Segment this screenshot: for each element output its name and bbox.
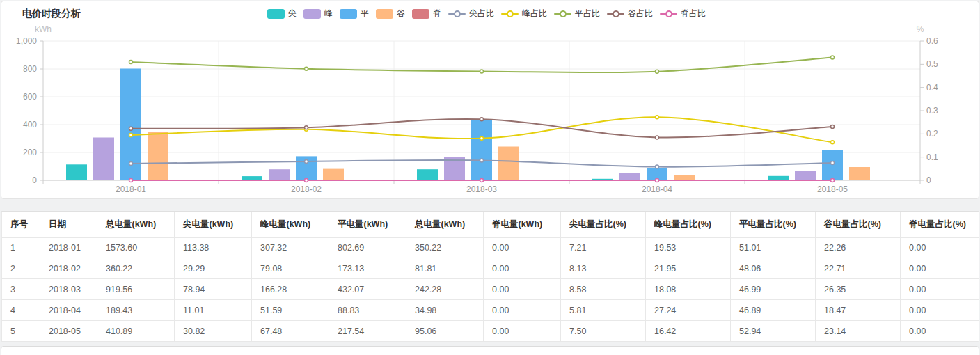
legend-bar-swatch-icon xyxy=(376,9,393,19)
legend-item-脊占比[interactable]: 脊占比 xyxy=(660,8,706,19)
legend-label: 脊占比 xyxy=(681,8,706,19)
table-header-cell: 平电量占比(%) xyxy=(731,212,816,237)
table-header-cell: 脊电量占比(%) xyxy=(901,212,980,237)
table-row: 22018-02360.2229.2979.08173.1381.810.008… xyxy=(2,258,980,279)
table-cell: 2018-01 xyxy=(40,237,97,258)
table-cell: 0.00 xyxy=(901,279,980,300)
legend-item-谷占比[interactable]: 谷占比 xyxy=(607,8,653,19)
table-cell: 30.82 xyxy=(175,321,252,342)
svg-text:kWh: kWh xyxy=(35,24,52,34)
table-cell: 22.26 xyxy=(816,237,901,258)
legend-line-swatch-icon xyxy=(607,13,624,15)
table-cell: 432.07 xyxy=(329,279,406,300)
table-cell: 81.81 xyxy=(406,258,484,279)
legend-item-尖[interactable]: 尖 xyxy=(267,8,297,19)
legend-label: 峰 xyxy=(324,8,333,19)
table-cell: 2 xyxy=(2,258,40,279)
table-cell: 34.98 xyxy=(406,300,484,321)
svg-text:0: 0 xyxy=(32,175,37,185)
table-cell: 0.00 xyxy=(901,258,980,279)
table-cell: 1 xyxy=(2,237,40,258)
table-cell: 3 xyxy=(2,279,40,300)
legend-item-脊[interactable]: 脊 xyxy=(412,8,441,19)
line-series-脊占比[interactable] xyxy=(129,179,835,182)
table-header-cell: 总电量(kWh) xyxy=(406,212,484,237)
svg-text:0: 0 xyxy=(926,175,931,185)
legend-item-平[interactable]: 平 xyxy=(340,8,369,19)
svg-text:0.4: 0.4 xyxy=(926,83,938,93)
table-cell: 26.35 xyxy=(816,279,901,300)
table-cell: 5 xyxy=(2,321,40,342)
table-cell: 79.08 xyxy=(252,258,329,279)
legend-bar-swatch-icon xyxy=(412,9,429,19)
legend-item-峰占比[interactable]: 峰占比 xyxy=(501,8,547,19)
bar-series-峰[interactable] xyxy=(93,138,816,181)
bar-series-谷[interactable] xyxy=(148,132,870,180)
table-footer-bar xyxy=(1,346,979,355)
table-cell: 8.58 xyxy=(561,279,646,300)
table-header-cell: 平电量(kWh) xyxy=(329,212,406,237)
table-cell: 173.13 xyxy=(329,258,406,279)
table-cell: 360.22 xyxy=(97,258,175,279)
table-cell: 2018-03 xyxy=(40,279,97,300)
table-cell: 48.06 xyxy=(731,258,816,279)
table-cell: 0.00 xyxy=(484,321,561,342)
chart-title: 电价时段分析 xyxy=(22,8,81,20)
table-header-cell: 序号 xyxy=(2,212,40,237)
table-cell: 0.00 xyxy=(484,300,561,321)
legend-label: 谷 xyxy=(397,8,405,19)
table-cell: 27.24 xyxy=(646,300,731,321)
combo-chart-canvas[interactable]: 02004006008001,00000.10.20.30.40.50.6201… xyxy=(1,22,980,196)
legend-line-swatch-icon xyxy=(448,13,466,15)
line-series-平占比[interactable] xyxy=(129,56,835,73)
table-cell: 78.94 xyxy=(175,279,252,300)
table-cell: 7.21 xyxy=(561,237,646,258)
svg-text:0.1: 0.1 xyxy=(926,152,938,162)
table-cell: 46.99 xyxy=(731,279,816,300)
svg-text:800: 800 xyxy=(23,64,37,74)
table-cell: 18.08 xyxy=(646,279,731,300)
legend-label: 峰占比 xyxy=(522,8,547,19)
legend-line-swatch-icon xyxy=(501,13,519,15)
table-cell: 95.06 xyxy=(406,321,484,342)
table-cell: 1573.60 xyxy=(97,237,175,258)
table-cell: 23.14 xyxy=(816,321,901,342)
table-cell: 0.00 xyxy=(901,300,980,321)
table-cell: 410.89 xyxy=(97,321,175,342)
table-cell: 8.13 xyxy=(561,258,646,279)
table-cell: 217.54 xyxy=(329,321,406,342)
legend-label: 平占比 xyxy=(575,8,600,19)
svg-text:0.5: 0.5 xyxy=(926,59,938,69)
svg-text:0.3: 0.3 xyxy=(926,106,938,116)
svg-text:400: 400 xyxy=(23,120,37,129)
legend-line-swatch-icon xyxy=(660,13,677,15)
table-header-row: 序号日期总电量(kWh)尖电量(kWh)峰电量(kWh)平电量(kWh)总电量(… xyxy=(2,212,980,237)
table-cell: 2018-04 xyxy=(40,300,97,321)
table-header-cell: 谷电量占比(%) xyxy=(816,212,901,237)
table-cell: 2018-05 xyxy=(40,321,97,342)
legend-bar-swatch-icon xyxy=(303,9,321,19)
table-cell: 46.89 xyxy=(731,300,816,321)
table-cell: 0.00 xyxy=(484,258,561,279)
table-header-cell: 总电量(kWh) xyxy=(97,212,175,237)
table-cell: 5.81 xyxy=(561,300,646,321)
table-cell: 166.28 xyxy=(252,279,329,300)
legend-item-峰[interactable]: 峰 xyxy=(303,8,333,19)
table-header-cell: 脊电量(kWh) xyxy=(484,212,561,237)
table-cell: 113.38 xyxy=(175,237,252,258)
svg-text:200: 200 xyxy=(23,148,37,157)
chart-legend: 尖峰平谷脊尖占比峰占比平占比谷占比脊占比 xyxy=(267,8,713,19)
legend-item-谷[interactable]: 谷 xyxy=(376,8,405,19)
legend-item-尖占比[interactable]: 尖占比 xyxy=(448,8,494,19)
legend-line-swatch-icon xyxy=(554,13,571,15)
table-cell: 0.00 xyxy=(901,237,980,258)
table-cell: 802.69 xyxy=(329,237,406,258)
table-row: 12018-011573.60113.38307.32802.69350.220… xyxy=(2,237,980,258)
table-header-cell: 峰电量占比(%) xyxy=(646,212,731,237)
table-cell: 11.01 xyxy=(175,300,252,321)
data-table: 序号日期总电量(kWh)尖电量(kWh)峰电量(kWh)平电量(kWh)总电量(… xyxy=(1,212,979,342)
svg-text:2018-02: 2018-02 xyxy=(291,184,322,194)
svg-text:1,000: 1,000 xyxy=(16,36,37,46)
table-cell: 19.53 xyxy=(646,237,731,258)
legend-item-平占比[interactable]: 平占比 xyxy=(554,8,600,19)
